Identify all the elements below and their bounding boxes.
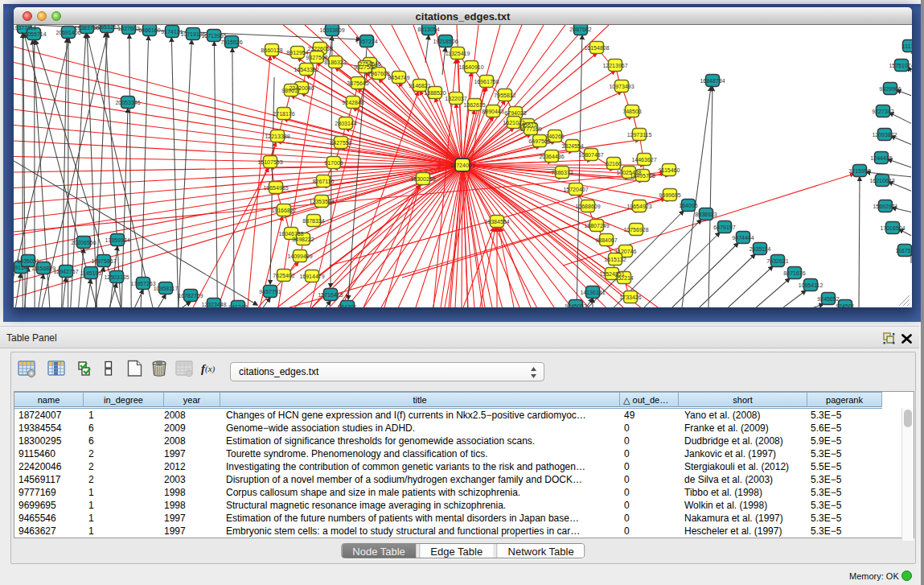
svg-text:16914479: 16914479 bbox=[299, 274, 324, 279]
svg-text:14136141: 14136141 bbox=[580, 290, 605, 295]
svg-text:6794028: 6794028 bbox=[504, 110, 526, 116]
svg-text:8186323: 8186323 bbox=[324, 60, 346, 65]
svg-text:1527602: 1527602 bbox=[117, 26, 139, 31]
svg-text:19166827: 19166827 bbox=[271, 208, 296, 213]
svg-text:15716485: 15716485 bbox=[318, 292, 343, 298]
svg-text:9329966: 9329966 bbox=[879, 86, 901, 92]
svg-text:8660128: 8660128 bbox=[261, 47, 282, 53]
svg-text:16543382: 16543382 bbox=[294, 67, 318, 72]
svg-text:19654923: 19654923 bbox=[626, 204, 651, 209]
svg-text:11174: 11174 bbox=[902, 43, 912, 49]
svg-text:8427552: 8427552 bbox=[330, 140, 351, 146]
svg-text:8938923: 8938923 bbox=[695, 212, 717, 217]
svg-text:164095: 164095 bbox=[679, 203, 697, 208]
svg-text:8454749: 8454749 bbox=[388, 75, 409, 80]
svg-text:2718176: 2718176 bbox=[273, 111, 294, 117]
svg-text:8813054: 8813054 bbox=[417, 27, 439, 32]
svg-text:14463627: 14463627 bbox=[631, 157, 656, 163]
svg-text:18807249: 18807249 bbox=[584, 223, 609, 229]
svg-text:3215958: 3215958 bbox=[848, 168, 870, 174]
svg-text:2087682: 2087682 bbox=[569, 27, 591, 32]
svg-text:16046788: 16046788 bbox=[278, 231, 303, 237]
svg-text:6479197: 6479197 bbox=[713, 225, 735, 230]
svg-text:20691406: 20691406 bbox=[55, 30, 80, 35]
svg-text:10807487: 10807487 bbox=[578, 152, 603, 158]
svg-text:1244415: 1244415 bbox=[870, 155, 892, 161]
svg-text:7386372: 7386372 bbox=[551, 170, 573, 175]
svg-text:9115460: 9115460 bbox=[659, 167, 680, 173]
svg-text:19654985: 19654985 bbox=[263, 185, 288, 191]
svg-text:9242848: 9242848 bbox=[342, 100, 363, 105]
svg-text:16782759: 16782759 bbox=[178, 293, 203, 299]
svg-text:15692971: 15692971 bbox=[873, 204, 897, 209]
svg-text:9474444: 9474444 bbox=[732, 235, 754, 241]
svg-text:748503: 748503 bbox=[622, 109, 641, 114]
svg-text:23226058: 23226058 bbox=[307, 46, 332, 51]
svg-text:1615132: 1615132 bbox=[604, 257, 626, 262]
svg-text:8471676: 8471676 bbox=[783, 270, 805, 276]
svg-text:12213967: 12213967 bbox=[602, 63, 627, 68]
svg-text:252214: 252214 bbox=[614, 275, 633, 281]
svg-text:10688609: 10688609 bbox=[575, 204, 600, 209]
svg-text:16713955: 16713955 bbox=[201, 33, 226, 39]
svg-text:12093872: 12093872 bbox=[872, 132, 897, 138]
svg-text:9146821: 9146821 bbox=[409, 83, 430, 89]
svg-text:16210643: 16210643 bbox=[869, 178, 894, 183]
svg-text:2967608: 2967608 bbox=[368, 71, 389, 76]
svg-text:1120746: 1120746 bbox=[615, 249, 637, 254]
svg-text:989617: 989617 bbox=[281, 88, 300, 93]
svg-text:20364436: 20364436 bbox=[539, 154, 564, 159]
svg-text:7625402: 7625402 bbox=[273, 273, 294, 278]
svg-text:10975867: 10975867 bbox=[91, 258, 116, 264]
svg-text:924501: 924501 bbox=[836, 303, 854, 308]
svg-text:941242: 941242 bbox=[228, 304, 247, 308]
svg-text:11325419: 11325419 bbox=[446, 51, 470, 56]
svg-text:1733426: 1733426 bbox=[619, 295, 641, 300]
svg-text:7357274: 7357274 bbox=[355, 39, 377, 44]
svg-text:(x): (x) bbox=[205, 364, 216, 374]
svg-text:12973115: 12973115 bbox=[627, 132, 652, 138]
svg-text:12213389: 12213389 bbox=[265, 134, 290, 139]
svg-text:16154808: 16154808 bbox=[584, 45, 609, 51]
svg-text:1388520: 1388520 bbox=[424, 90, 446, 96]
svg-text:12942757: 12942757 bbox=[53, 269, 78, 274]
svg-text:6466160: 6466160 bbox=[138, 27, 160, 33]
svg-text:11156829: 11156829 bbox=[31, 266, 55, 271]
svg-text:20206556: 20206556 bbox=[71, 240, 96, 245]
svg-text:10756928: 10756928 bbox=[623, 227, 648, 233]
svg-text:917006: 917006 bbox=[324, 160, 343, 166]
svg-text:116753: 116753 bbox=[896, 248, 912, 253]
svg-text:1322037: 1322037 bbox=[445, 96, 466, 101]
svg-text:12353594: 12353594 bbox=[309, 199, 334, 204]
svg-text:15720407: 15720407 bbox=[563, 187, 588, 192]
svg-text:8878334: 8878334 bbox=[302, 218, 324, 224]
svg-text:17957253: 17957253 bbox=[130, 281, 155, 286]
svg-text:12503135: 12503135 bbox=[104, 274, 129, 280]
svg-text:8990443: 8990443 bbox=[482, 109, 503, 114]
svg-text:9245652: 9245652 bbox=[817, 296, 839, 302]
svg-text:9457791: 9457791 bbox=[259, 289, 281, 295]
svg-text:3875645: 3875645 bbox=[347, 80, 368, 86]
svg-text:6497568: 6497568 bbox=[528, 138, 550, 144]
svg-text:2803144: 2803144 bbox=[335, 121, 356, 126]
svg-text:9777169: 9777169 bbox=[519, 126, 541, 132]
svg-text:18640910: 18640910 bbox=[458, 64, 483, 70]
svg-text:16848784: 16848784 bbox=[700, 78, 725, 84]
svg-text:7955812: 7955812 bbox=[494, 93, 515, 98]
svg-text:9699695: 9699695 bbox=[659, 192, 680, 198]
svg-text:3824554: 3824554 bbox=[561, 143, 583, 149]
svg-text:7632621: 7632621 bbox=[766, 258, 788, 264]
svg-text:18724007: 18724007 bbox=[450, 163, 474, 168]
svg-text:16107553: 16107553 bbox=[257, 159, 282, 165]
svg-text:1145193: 1145193 bbox=[80, 270, 102, 276]
svg-text:20053346: 20053346 bbox=[115, 100, 140, 105]
svg-text:19218506: 19218506 bbox=[433, 39, 458, 44]
svg-text:14099489: 14099489 bbox=[287, 253, 312, 259]
svg-text:9327502: 9327502 bbox=[354, 64, 376, 70]
svg-text:12323448: 12323448 bbox=[201, 302, 226, 307]
svg-text:7515526: 7515526 bbox=[220, 39, 242, 45]
svg-text:17359934: 17359934 bbox=[105, 237, 129, 243]
svg-text:14495768: 14495768 bbox=[630, 173, 655, 179]
svg-text:18300295: 18300295 bbox=[410, 176, 435, 182]
svg-text:16961758: 16961758 bbox=[474, 79, 499, 84]
